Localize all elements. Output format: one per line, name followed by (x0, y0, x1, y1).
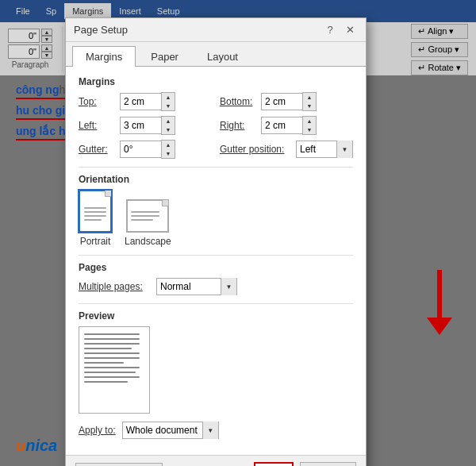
top-up-btn[interactable]: ▲ (162, 93, 175, 102)
preview-line-3 (84, 343, 140, 345)
orientation-section: Orientation Portrait (79, 174, 353, 247)
landscape-option[interactable]: Landscape (125, 199, 171, 247)
preview-box (79, 326, 150, 414)
right-spinner-buttons: ▲ ▼ (302, 116, 317, 135)
orientation-icons: Portrait Landscape (79, 190, 353, 247)
gutter-down-btn[interactable]: ▼ (162, 149, 175, 158)
divider-1 (79, 167, 353, 168)
left-input[interactable] (120, 117, 161, 134)
top-spinner-group: ▲ ▼ (120, 92, 175, 111)
doc-line-p1 (84, 207, 106, 209)
tab-margins[interactable]: Margins (72, 46, 136, 67)
gutter-pos-dropdown[interactable]: Left ▼ (296, 141, 353, 158)
preview-line-1 (84, 333, 140, 335)
pages-row: Multiple pages: Normal ▼ (79, 278, 353, 295)
gutter-spinner-buttons: ▲ ▼ (161, 140, 175, 159)
pages-section: Pages Multiple pages: Normal ▼ (79, 262, 353, 295)
top-input[interactable] (120, 93, 161, 110)
pages-header: Pages (79, 262, 353, 273)
preview-line-9 (84, 372, 136, 373)
left-down-btn[interactable]: ▼ (162, 125, 175, 134)
left-spinner-buttons: ▲ ▼ (161, 116, 175, 135)
dialog-help-button[interactable]: ? (323, 23, 337, 37)
doc-line-l3 (131, 219, 153, 221)
top-spinner-buttons: ▲ ▼ (161, 92, 175, 111)
dialog-tabs: Margins Paper Layout (66, 42, 366, 67)
doc-line-p4 (84, 219, 102, 221)
portrait-lines (81, 204, 109, 224)
bottom-spinner-group: ▲ ▼ (261, 92, 317, 111)
left-spinner-group: ▲ ▼ (120, 116, 175, 135)
bottom-down-btn[interactable]: ▼ (303, 102, 316, 110)
apply-to-row: Apply to: Whole document ▼ (79, 422, 353, 439)
preview-section: Preview (79, 310, 353, 414)
gutter-pos-field-row: Gutter position: Left ▼ (220, 140, 353, 159)
portrait-option[interactable]: Portrait (79, 190, 112, 247)
gutter-pos-arrow[interactable]: ▼ (336, 141, 352, 158)
apply-to-value: Whole document (123, 423, 202, 437)
tab-paper[interactable]: Paper (137, 46, 192, 67)
dialog-controls: ? ✕ (323, 22, 358, 38)
top-down-btn[interactable]: ▼ (162, 102, 175, 110)
page-setup-dialog: Page Setup ? ✕ Margins Paper Layout Marg… (65, 17, 367, 466)
gutter-field-row: Gutter: ▲ ▼ (79, 140, 207, 159)
dialog-titlebar: Page Setup ? ✕ (66, 18, 366, 42)
divider-3 (79, 303, 353, 304)
right-up-btn[interactable]: ▲ (303, 117, 316, 125)
preview-header: Preview (79, 310, 353, 322)
right-spinner-group: ▲ ▼ (261, 116, 317, 135)
doc-line-l1 (131, 211, 159, 213)
preview-line-2 (84, 338, 140, 340)
arrow-container (427, 270, 452, 335)
bottom-field-row: Bottom: ▲ ▼ (220, 92, 353, 111)
arrow-head (427, 318, 452, 335)
preview-line-8 (84, 367, 140, 368)
preview-line-5 (84, 352, 140, 354)
multiple-pages-dropdown[interactable]: Normal ▼ (156, 278, 237, 295)
portrait-label: Portrait (80, 236, 111, 247)
multiple-pages-value: Normal (157, 279, 221, 294)
cancel-button[interactable]: Cancel (300, 462, 356, 466)
divider-2 (79, 255, 353, 256)
portrait-corner (105, 191, 111, 197)
right-label: Right: (220, 120, 256, 131)
tab-layout[interactable]: Layout (194, 46, 251, 67)
right-input[interactable] (261, 117, 302, 134)
portrait-icon (79, 190, 112, 233)
bottom-label: Bottom: (220, 96, 256, 107)
apply-to-label: Apply to: (79, 425, 116, 436)
landscape-label: Landscape (125, 236, 171, 247)
dialog-footer: Set As Default OK Cancel (66, 455, 366, 466)
dialog-title: Page Setup (74, 24, 128, 36)
preview-line-11 (84, 381, 128, 383)
right-down-btn[interactable]: ▼ (303, 125, 316, 134)
footer-right-buttons: OK Cancel (254, 462, 356, 466)
preview-line-7 (84, 362, 124, 364)
set-default-button[interactable]: Set As Default (75, 463, 163, 466)
multiple-pages-arrow[interactable]: ▼ (221, 278, 236, 295)
doc-line-p2 (84, 211, 106, 213)
margins-grid: Top: ▲ ▼ Bottom: ▲ ▼ (79, 92, 353, 159)
right-field-row: Right: ▲ ▼ (220, 116, 353, 135)
left-up-btn[interactable]: ▲ (162, 117, 175, 125)
left-field-row: Left: ▲ ▼ (79, 116, 207, 135)
apply-to-arrow[interactable]: ▼ (202, 422, 218, 439)
dialog-close-button[interactable]: ✕ (342, 22, 358, 38)
arrow-shaft (437, 270, 442, 318)
bottom-spinner-buttons: ▲ ▼ (302, 92, 317, 111)
ok-button[interactable]: OK (254, 462, 293, 466)
left-label: Left: (79, 120, 115, 131)
doc-line-l2 (131, 215, 159, 217)
landscape-icon (126, 199, 169, 233)
arrow-down (427, 270, 452, 335)
top-label: Top: (79, 96, 115, 107)
gutter-up-btn[interactable]: ▲ (162, 141, 175, 149)
preview-line-10 (84, 376, 140, 378)
gutter-input[interactable] (120, 141, 161, 158)
apply-to-dropdown[interactable]: Whole document ▼ (122, 422, 219, 439)
doc-line-p3 (84, 215, 106, 217)
landscape-corner (162, 200, 168, 206)
bottom-input[interactable] (261, 93, 302, 110)
bottom-up-btn[interactable]: ▲ (303, 93, 316, 102)
multiple-pages-label: Multiple pages: (79, 281, 150, 292)
